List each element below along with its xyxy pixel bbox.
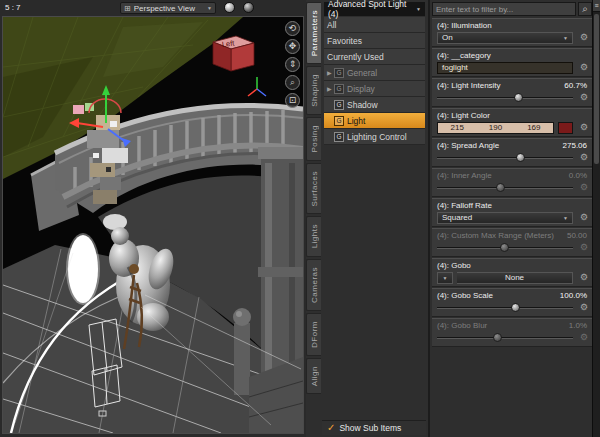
- nav-item-lighting-control[interactable]: G Lighting Control: [324, 129, 425, 145]
- light-intensity-slider[interactable]: [437, 91, 573, 104]
- param-value: 0.0%: [569, 171, 587, 180]
- dolly-glyph: ⇕: [289, 59, 297, 69]
- param-row-light-intensity: (4): Light Intensity 60.7% ⚙: [432, 78, 592, 107]
- viewport-nav-tools: ⟲ ✥ ⇕ ⌕ ⊡: [285, 21, 300, 108]
- nav-item-general[interactable]: ▶ G General: [324, 65, 425, 81]
- nav-item-all[interactable]: All: [324, 17, 425, 33]
- gear-icon[interactable]: ⚙: [577, 122, 588, 133]
- gear-icon[interactable]: ⚙: [577, 272, 588, 283]
- show-sub-items-label: Show Sub Items: [339, 423, 401, 433]
- nav-item-favorites[interactable]: Favorites: [324, 33, 425, 49]
- gobo-dropdown-arrow[interactable]: ▼: [437, 272, 453, 284]
- param-row-inner-angle: (4): Inner Angle 0.0% ⚙: [432, 168, 592, 197]
- param-label: (4): __category: [437, 51, 491, 60]
- show-sub-items-row: ✓ Show Sub Items: [322, 420, 426, 435]
- slider-knob[interactable]: [514, 93, 523, 102]
- slider-knob: [493, 333, 502, 342]
- parameter-editor: ⌕ (4): Illumination On ▼ ⚙ (4): __catego…: [430, 0, 600, 437]
- tab-parameters[interactable]: Parameters: [306, 2, 321, 64]
- gear-icon[interactable]: ⚙: [577, 62, 588, 73]
- group-badge: G: [334, 68, 344, 78]
- spotlight-ellipse[interactable]: [66, 233, 100, 305]
- gear-icon[interactable]: ⚙: [577, 212, 588, 223]
- tab-cameras[interactable]: Cameras: [306, 259, 321, 311]
- viewport-canvas[interactable]: Left ⟲ ✥ ⇕ ⌕ ⊡: [2, 16, 304, 434]
- dolly-tool-icon[interactable]: ⇕: [285, 57, 300, 72]
- tab-posing[interactable]: Posing: [306, 117, 321, 160]
- tab-lights[interactable]: Lights: [306, 216, 321, 256]
- gear-icon[interactable]: ⚙: [577, 242, 588, 253]
- node-selector[interactable]: Advanced Spot Light (4) ▼: [324, 2, 425, 16]
- slider-knob[interactable]: [516, 153, 525, 162]
- gear-icon[interactable]: ⚙: [577, 302, 588, 313]
- color-r-value[interactable]: 215: [438, 123, 476, 132]
- param-value[interactable]: 60.7%: [564, 81, 587, 90]
- param-value: 50.00: [567, 231, 587, 240]
- light-color-picker[interactable]: 215 190 169: [437, 122, 554, 134]
- gear-icon[interactable]: ⚙: [577, 152, 588, 163]
- view-selector-label: Perspective View: [134, 4, 204, 13]
- nav-item-label: Display: [347, 84, 375, 94]
- gobo-blur-slider: [437, 331, 573, 344]
- scene-render: Left: [3, 17, 303, 433]
- gear-icon[interactable]: ⚙: [577, 182, 588, 193]
- panel-menu-icon[interactable]: ≡: [593, 0, 600, 12]
- view-selector[interactable]: ⊞ Perspective View ▼: [120, 2, 216, 14]
- gobo-map-button[interactable]: None: [457, 272, 573, 284]
- param-value[interactable]: 100.0%: [560, 291, 587, 300]
- checkbox-checked-icon[interactable]: ✓: [327, 423, 335, 433]
- expand-arrow-icon[interactable]: ▶: [327, 69, 334, 76]
- view-cube-label: Left: [221, 39, 235, 50]
- frame-tool-icon[interactable]: ⊡: [285, 93, 300, 108]
- param-label: (4): Light Intensity: [437, 81, 501, 90]
- color-swatch[interactable]: [558, 122, 573, 134]
- param-value[interactable]: 275.06: [563, 141, 587, 150]
- gear-icon[interactable]: ⚙: [577, 32, 588, 43]
- gear-icon[interactable]: ⚙: [577, 332, 588, 343]
- scrollbar[interactable]: ≡: [592, 0, 600, 437]
- chevron-down-icon: ▼: [416, 6, 421, 12]
- nav-item-label: General: [347, 68, 377, 78]
- category-field[interactable]: foglight: [437, 62, 573, 74]
- shaded-sphere-icon[interactable]: [224, 2, 235, 13]
- illumination-dropdown[interactable]: On ▼: [437, 32, 573, 44]
- param-row-falloff-rate: (4): Falloff Rate Squared ▼ ⚙: [432, 198, 592, 227]
- expand-arrow-icon[interactable]: ▶: [327, 85, 334, 92]
- orbit-tool-icon[interactable]: ⟲: [285, 21, 300, 36]
- grid-icon: ⊞: [124, 4, 131, 13]
- dropdown-value: On: [442, 33, 453, 42]
- aspect-ratio-label: 5 : 7: [5, 3, 21, 12]
- nav-item-label: All: [327, 20, 336, 30]
- tab-dform[interactable]: DForm: [306, 313, 321, 356]
- group-badge: G: [334, 84, 344, 94]
- nav-item-label: Shadow: [347, 100, 378, 110]
- color-b-value[interactable]: 169: [515, 123, 553, 132]
- chevron-down-icon: ▼: [563, 215, 568, 221]
- tab-align[interactable]: Align: [306, 358, 321, 394]
- color-g-value[interactable]: 190: [476, 123, 514, 132]
- filter-input[interactable]: [432, 2, 576, 16]
- slider-track: [437, 337, 573, 339]
- gobo-scale-slider[interactable]: [437, 301, 573, 314]
- slider-track: [437, 187, 573, 189]
- tab-shaping[interactable]: Shaping: [306, 66, 321, 115]
- nav-item-currently-used[interactable]: Currently Used: [324, 49, 425, 65]
- slider-track: [437, 157, 573, 159]
- slider-knob[interactable]: [511, 303, 520, 312]
- nav-item-light[interactable]: G Light: [324, 113, 425, 129]
- search-icon[interactable]: ⌕: [578, 2, 592, 16]
- nav-item-shadow[interactable]: G Shadow: [324, 97, 425, 113]
- group-badge: G: [334, 116, 344, 126]
- tab-surfaces[interactable]: Surfaces: [306, 163, 321, 215]
- slider-track: [437, 307, 573, 309]
- nav-item-label: Lighting Control: [347, 132, 407, 142]
- nav-item-display[interactable]: ▶ G Display: [324, 81, 425, 97]
- lighting-sphere-icon[interactable]: [243, 2, 254, 13]
- falloff-rate-dropdown[interactable]: Squared ▼: [437, 212, 573, 224]
- orbit-glyph: ⟲: [289, 23, 297, 33]
- scrollbar-thumb[interactable]: [594, 14, 599, 164]
- spread-angle-slider[interactable]: [437, 151, 573, 164]
- gear-icon[interactable]: ⚙: [577, 92, 588, 103]
- zoom-tool-icon[interactable]: ⌕: [285, 75, 300, 90]
- pan-tool-icon[interactable]: ✥: [285, 39, 300, 54]
